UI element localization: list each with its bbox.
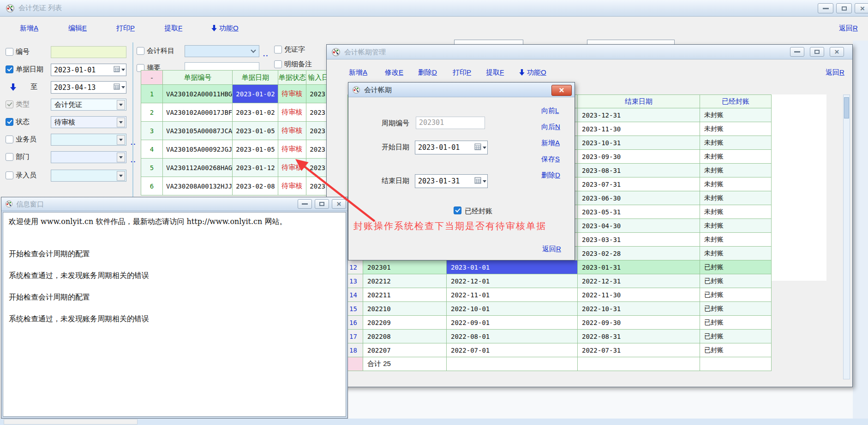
calendar-icon[interactable] [474,177,481,185]
cell-closed: 未封账 [700,150,772,164]
toolbar-link[interactable]: 功能O [519,68,546,77]
calendar-icon[interactable] [114,66,120,74]
docno-label: 编号 [16,47,30,56]
subject-more-link[interactable]: .. [263,50,269,58]
dialog-return-link[interactable]: 返回R [542,245,561,254]
maximize-button[interactable] [810,47,824,57]
combo-dropdown-button[interactable] [117,171,125,181]
maximize-button[interactable] [836,3,852,13]
return-link[interactable]: 返回R [826,68,844,77]
minimize-button[interactable] [818,3,833,13]
docno-checkbox[interactable] [6,48,13,56]
toolbar-link[interactable]: 新增A [349,68,367,77]
dept-combo[interactable] [51,151,126,163]
cell-closed: 未封账 [700,191,772,205]
combo-dropdown-button[interactable] [117,135,125,145]
minimize-button[interactable] [298,199,312,209]
dept-label: 部门 [16,153,30,161]
salesman-combo[interactable] [51,134,126,146]
detail-note-checkbox[interactable] [274,60,282,68]
voucher-word-checkbox[interactable] [274,46,282,53]
dropdown-arrow-icon[interactable] [121,86,125,89]
cell-end: 2023-09-30 [578,150,700,164]
toolbar-link[interactable]: 打印P [116,24,135,33]
toolbar-link[interactable]: 提取F [486,68,504,77]
dialog-action-link[interactable]: 向前L [541,106,571,115]
toolbar-link[interactable]: 提取F [164,24,182,33]
calendar-icon[interactable] [114,83,120,91]
closed-checkbox[interactable] [454,207,461,214]
combo-dropdown-button[interactable] [117,153,125,162]
dept-more-link[interactable]: .. [131,156,136,164]
toolbar-link[interactable]: 功能O [211,24,239,33]
dialog-close-button[interactable]: ✕ [551,85,572,96]
close-button[interactable]: × [830,47,844,57]
period-row[interactable]: 15 202210 2022-10-01 2022-10-31 已封账 [348,302,772,316]
dialog-action-link[interactable]: 向后N [541,123,571,131]
maximize-button[interactable] [315,199,329,209]
minimize-button[interactable] [790,47,804,57]
toolbar-link[interactable]: 新增A [20,24,38,33]
close-button[interactable]: × [332,199,346,209]
cell-rowno: 6 [141,177,163,195]
subject-checkbox[interactable] [137,47,144,55]
status-bar [0,419,868,425]
cell-period: 202210 [363,302,447,316]
period-row[interactable]: 18 202207 2022-07-01 2022-07-31 已封账 [348,343,772,357]
recorder-checkbox[interactable] [6,171,13,179]
start-date-input[interactable]: 2023-01-01 [415,141,488,154]
app-icon [352,86,360,95]
period-row[interactable]: 13 202212 2022-12-01 2022-12-31 已封账 [348,274,772,288]
dropdown-arrow-icon[interactable] [483,147,486,149]
vertical-scrollbar[interactable] [843,94,850,379]
dialog-action-link[interactable]: 保存S [541,155,571,164]
end-date-input[interactable]: 2023-01-31 [415,174,488,188]
status-combo[interactable]: 待审核 [51,116,126,128]
date-from-checkbox[interactable] [6,65,13,73]
docno-input[interactable] [51,46,126,58]
period-row[interactable]: 14 202211 2022-11-01 2022-11-30 已封账 [348,288,772,302]
dept-checkbox[interactable] [6,153,13,161]
toolbar-link[interactable]: 编辑E [68,24,87,33]
scrollbar-thumb[interactable] [844,97,849,118]
dropdown-arrow-icon[interactable] [121,69,125,71]
cell-start: 2022-10-01 [447,302,578,316]
return-link[interactable]: 返回R [839,24,858,33]
close-button[interactable]: × [855,3,868,13]
voucher-row[interactable]: 6 VA230208A00132HJJ 2023-02-08 待审核 2023-… [141,177,337,195]
dialog-action-link[interactable]: 新增A [541,139,571,148]
cell-closed: 未封账 [700,164,772,177]
period-row[interactable]: 12 202301 2023-01-01 2023-01-31 已封账 [348,260,772,274]
period-row[interactable]: 16 202209 2022-09-01 2022-09-30 已封账 [348,316,772,330]
voucher-row[interactable]: 3 VA230105A00087JCA 2023-01-05 待审核 2023-… [141,122,337,140]
voucher-row[interactable]: 1 VA230102A00011HBG 2023-01-02 待审核 2023-… [141,85,337,103]
type-combo[interactable]: 会计凭证 [51,99,126,111]
chevron-down-icon[interactable] [251,47,256,53]
info-message-area: 欢迎使用 www.onlyit.cn 软件作品，最新动态请访问 http://w… [3,212,346,417]
annotation-text: 封账操作系统检查下当期是否有待审核单据 [353,220,546,232]
voucher-table: - 单据编号 单据日期 单据状态 输入日期 1 VA230102A00011HB… [141,70,337,195]
calendar-icon[interactable] [474,143,481,152]
toolbar-link[interactable]: 修改E [385,68,403,77]
cell-status: 待审核 [278,177,306,195]
period-no-value[interactable]: 202301 [416,117,485,129]
date-from-input[interactable]: 2023-01-01 [51,64,126,76]
cell-code: VA230105A00087JCA [163,122,233,140]
voucher-row[interactable]: 2 VA230102A00017JBF 2023-01-02 待审核 2023-… [141,103,337,122]
salesman-checkbox[interactable] [6,136,13,143]
dropdown-arrow-icon[interactable] [483,180,486,183]
voucher-row[interactable]: 5 VA230112A00268HAG 2023-01-12 待审核 2023-… [141,159,337,177]
combo-dropdown-button[interactable] [117,100,125,110]
voucher-row[interactable]: 4 VA230105A00092JGJ 2023-01-05 待审核 2023-… [141,140,337,159]
cell-closed: 已封账 [700,260,772,274]
subject-combo[interactable] [185,45,259,57]
period-row[interactable]: 17 202208 2022-08-01 2022-08-31 已封账 [348,330,772,343]
dialog-action-link[interactable]: 删除D [541,171,571,180]
date-to-input[interactable]: 2023-04-13 [51,81,126,94]
combo-dropdown-button[interactable] [117,118,125,127]
salesman-more-link[interactable]: .. [131,138,136,146]
toolbar-link[interactable]: 删除D [418,68,437,77]
toolbar-link[interactable]: 打印P [453,68,471,77]
status-checkbox[interactable] [6,118,13,126]
recorder-combo[interactable] [51,170,126,182]
